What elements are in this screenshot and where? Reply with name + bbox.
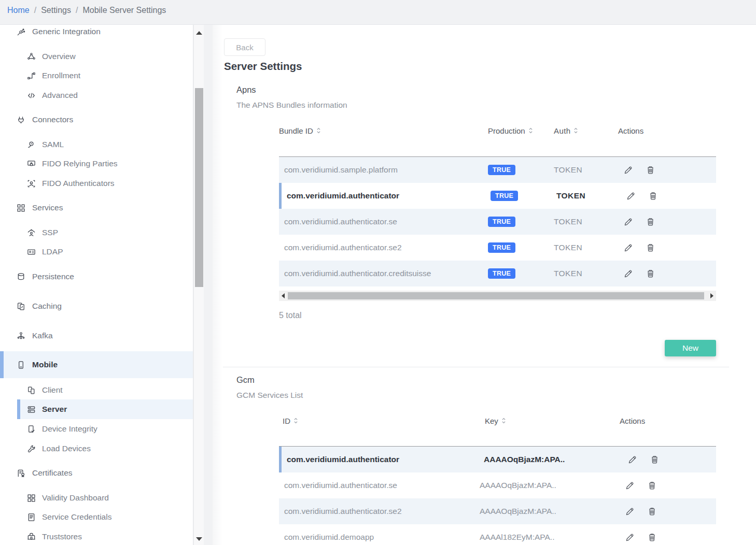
edit-button[interactable]: [622, 216, 634, 227]
table-row-selected[interactable]: com.veridiumid.authenticator AAAAOqBjazM…: [279, 447, 716, 472]
sidebar-item-persistence[interactable]: Persistence: [0, 267, 193, 286]
back-button[interactable]: Back: [224, 38, 265, 56]
edit-button[interactable]: [624, 480, 635, 491]
sidebar-scrollbar-thumb[interactable]: [195, 88, 203, 287]
sidebar-item-ldap[interactable]: LDAP: [0, 243, 193, 260]
sidebar-item-service-credentials[interactable]: Service Credentials: [0, 509, 193, 525]
table-row[interactable]: com.veridiumid.authenticator.se TRUE TOK…: [279, 209, 716, 235]
sort-icon: [573, 127, 578, 134]
auth-cell: TOKEN: [552, 191, 610, 200]
column-header-auth[interactable]: Auth: [550, 126, 608, 135]
delete-button[interactable]: [646, 480, 657, 491]
delete-button[interactable]: [649, 454, 660, 465]
horizontal-scrollbar[interactable]: [279, 291, 716, 301]
sidebar-item-caching[interactable]: Caching: [0, 296, 193, 316]
edit-button[interactable]: [626, 454, 638, 465]
horizontal-scrollbar-thumb[interactable]: [288, 292, 704, 299]
column-header-bundle-id[interactable]: Bundle ID: [279, 126, 484, 135]
edit-button[interactable]: [625, 190, 636, 202]
column-header-production[interactable]: Production: [484, 126, 550, 135]
sidebar-item-kafka[interactable]: Kafka: [0, 326, 193, 346]
scroll-up-arrow-icon[interactable]: [196, 31, 202, 35]
sidebar-item-server[interactable]: Server: [17, 399, 193, 419]
sidebar-item-label: Device Integrity: [42, 424, 97, 434]
edit-button[interactable]: [624, 506, 635, 517]
delete-button[interactable]: [645, 164, 656, 176]
production-badge: TRUE: [488, 165, 515, 175]
sidebar-item-ssp[interactable]: SSP: [0, 224, 193, 241]
scroll-down-arrow-icon[interactable]: [196, 537, 202, 541]
table-row[interactable]: com.veridiumid.authenticator.creditsuiss…: [279, 261, 716, 286]
sidebar-item-client[interactable]: Client: [0, 382, 193, 398]
scroll-right-arrow-icon[interactable]: [710, 293, 713, 298]
table-row[interactable]: com.veridiumid.authenticator.se AAAAOqBj…: [279, 472, 716, 498]
actions-cell: [608, 216, 716, 227]
wrench-icon: [26, 443, 36, 454]
delete-button[interactable]: [646, 506, 657, 517]
actions-cell: [612, 454, 716, 465]
apns-total-count: 5 total: [279, 311, 302, 320]
id-cell: com.veridiumid.authenticator: [282, 455, 477, 464]
trash-icon: [646, 217, 655, 227]
certificate-icon: [16, 468, 26, 478]
new-button[interactable]: New: [665, 340, 716, 356]
dashboard-grid-icon: [26, 493, 36, 503]
trash-icon: [646, 243, 655, 253]
production-cell: TRUE: [484, 217, 550, 227]
column-header-id[interactable]: ID: [279, 417, 474, 425]
gcm-table: com.veridiumid.authenticator AAAAOqBjazM…: [279, 447, 716, 545]
edit-button[interactable]: [622, 268, 634, 279]
breadcrumb-settings[interactable]: Settings: [41, 4, 71, 17]
sidebar-item-certificates[interactable]: Certificates: [0, 463, 193, 483]
table-row-selected[interactable]: com.veridiumid.authenticator TRUE TOKEN: [279, 183, 716, 209]
delete-button[interactable]: [645, 268, 656, 279]
scroll-left-arrow-icon[interactable]: [282, 293, 285, 298]
sidebar-item-device-integrity[interactable]: Device Integrity: [0, 421, 193, 437]
sidebar-item-load-devices[interactable]: Load Devices: [0, 440, 193, 457]
production-cell: TRUE: [484, 242, 550, 253]
section-divider: [223, 367, 729, 367]
column-header-key[interactable]: Key: [474, 417, 609, 425]
column-header-actions: Actions: [608, 126, 716, 135]
sidebar-item-fido-authenticators[interactable]: FIDO Authenticators: [0, 175, 193, 192]
copy-pages-icon: [16, 301, 26, 311]
sidebar-item-validity-dashboard[interactable]: Validity Dashboard: [0, 490, 193, 506]
sidebar-scrollbar[interactable]: [193, 25, 204, 545]
sidebar-item-generic-integration[interactable]: Generic Integration: [0, 25, 193, 41]
sidebar-item-label: FIDO Relying Parties: [42, 159, 118, 168]
sidebar-item-label: Service Credentials: [42, 512, 111, 522]
database-icon: [16, 271, 26, 282]
key-cell: AAAAOqBjazM:APA..: [474, 481, 609, 490]
sidebar-item-label: SAML: [42, 140, 64, 149]
sidebar-item-truststores[interactable]: Truststores: [0, 528, 193, 545]
delete-button[interactable]: [646, 532, 657, 543]
table-row[interactable]: com.veridiumid.authenticator.se2 AAAAOqB…: [279, 498, 716, 524]
id-cell: com.veridiumid.authenticator.se2: [279, 507, 474, 516]
sidebar-item-overview[interactable]: Overview: [0, 48, 193, 65]
actions-cell: [608, 268, 716, 279]
sidebar-item-fido-relying-parties[interactable]: FIDO Relying Parties: [0, 155, 193, 172]
server-rack-icon: [26, 404, 36, 414]
pencil-icon: [626, 191, 636, 201]
apns-section-subtitle: The APNS Bundles information: [236, 101, 347, 110]
page-title: Server Settings: [224, 60, 302, 73]
table-row[interactable]: com.veridiumid.sample.platform TRUE TOKE…: [279, 157, 716, 183]
sidebar-item-connectors[interactable]: Connectors: [0, 110, 193, 130]
table-row[interactable]: com.veridiumid.demoapp AAAAl182EyM:APA..: [279, 524, 716, 545]
breadcrumb-home[interactable]: Home: [7, 4, 30, 17]
edit-button[interactable]: [622, 242, 634, 253]
sidebar-item-label: Enrollment: [42, 71, 80, 80]
sidebar-item-services[interactable]: Services: [0, 198, 193, 218]
table-row[interactable]: com.veridiumid.authenticator.se2 TRUE TO…: [279, 235, 716, 261]
sidebar-item-saml[interactable]: SAML: [0, 136, 193, 153]
delete-button[interactable]: [647, 190, 659, 202]
edit-button[interactable]: [624, 532, 635, 543]
pencil-icon: [623, 217, 633, 227]
edit-button[interactable]: [622, 164, 634, 176]
sidebar-item-mobile[interactable]: Mobile: [0, 351, 193, 378]
delete-button[interactable]: [645, 216, 656, 227]
delete-button[interactable]: [645, 242, 656, 253]
sidebar-item-enrollment[interactable]: Enrollment: [0, 67, 193, 84]
sidebar-item-advanced[interactable]: Advanced: [0, 87, 193, 104]
bundle-id-cell: com.veridiumid.authenticator.creditsuiss…: [279, 269, 484, 278]
